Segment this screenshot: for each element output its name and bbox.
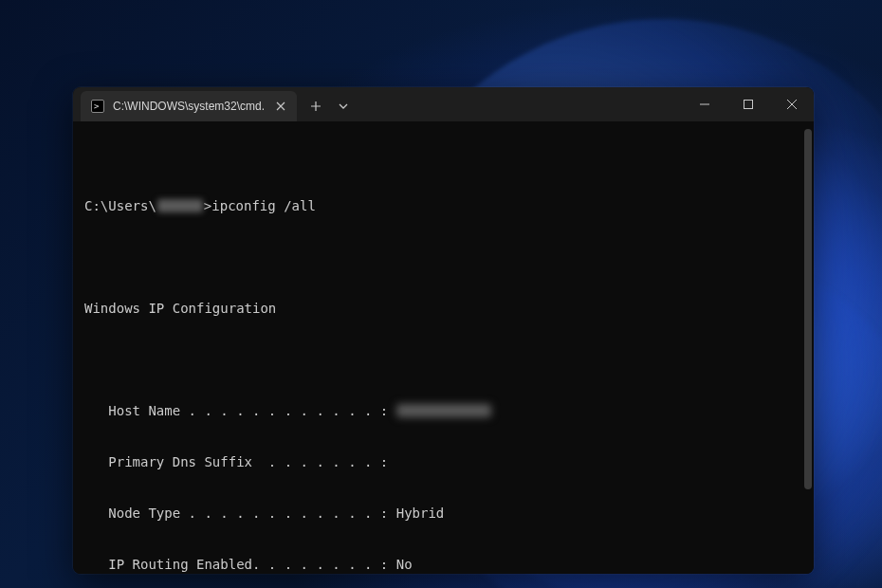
prompt-command: >ipconfig /all: [204, 197, 316, 214]
scrollbar-thumb[interactable]: [804, 129, 812, 489]
redacted-username: [157, 199, 203, 212]
maximize-button[interactable]: [726, 87, 770, 121]
svg-rect-2: [744, 101, 753, 109]
new-tab-button[interactable]: [301, 91, 331, 121]
minimize-button[interactable]: [683, 87, 726, 121]
tab-title: C:\WINDOWS\system32\cmd.: [113, 100, 265, 113]
svg-text:>: >: [94, 101, 100, 111]
blank-line: [84, 248, 802, 266]
prompt-prefix: C:\Users\: [84, 197, 156, 214]
output-line: Host Name . . . . . . . . . . . . :: [84, 402, 802, 419]
titlebar-drag-region[interactable]: [356, 87, 683, 121]
output-line: Primary Dns Suffix . . . . . . . :: [84, 453, 802, 470]
section-header: Windows IP Configuration: [84, 300, 802, 317]
window-controls: [683, 87, 814, 121]
terminal-window: > C:\WINDOWS\system32\cmd.: [73, 87, 814, 574]
titlebar[interactable]: > C:\WINDOWS\system32\cmd.: [73, 87, 814, 121]
redacted-value: [396, 404, 491, 417]
output-line: IP Routing Enabled. . . . . . . . : No: [84, 556, 802, 573]
tab-cmd[interactable]: > C:\WINDOWS\system32\cmd.: [81, 91, 297, 121]
terminal-body[interactable]: C:\Users\>ipconfig /all Windows IP Confi…: [73, 121, 814, 574]
cmd-icon: >: [90, 99, 105, 114]
prompt-line: C:\Users\>ipconfig /all: [84, 197, 802, 214]
blank-line: [84, 351, 802, 368]
tab-dropdown-button[interactable]: [331, 91, 356, 121]
tab-close-button[interactable]: [272, 98, 289, 115]
close-button[interactable]: [770, 87, 814, 121]
output-line: Node Type . . . . . . . . . . . . : Hybr…: [84, 505, 802, 522]
